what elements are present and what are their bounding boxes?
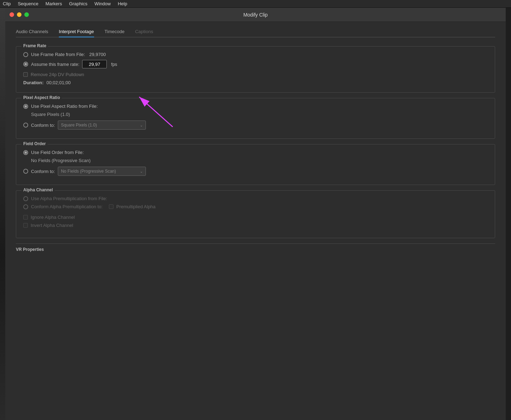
alpha-channel-section: Alpha Channel Use Alpha Premultiplicatio… [16,190,495,238]
ignore-alpha-row: Ignore Alpha Channel [23,215,488,220]
menu-graphics[interactable]: Graphics [69,1,87,6]
assume-frame-rate-row: Assume this frame rate: fps [23,60,488,68]
tab-interpret-footage[interactable]: Interpret Footage [59,29,94,37]
menu-sequence[interactable]: Sequence [18,1,38,6]
use-frame-rate-radio[interactable] [23,52,28,57]
maximize-button[interactable] [24,12,29,17]
premultiplied-alpha-label: Premultiplied Alpha [116,204,155,209]
use-field-order-label: Use Field Order from File: [31,150,84,155]
field-order-value: No Fields (Progressive Scan) [31,158,488,163]
conform-alpha-premult-radio[interactable] [23,204,28,209]
menu-markers[interactable]: Markers [45,1,62,6]
field-conform-label: Conform to: [31,169,55,174]
invert-alpha-checkbox[interactable] [23,223,28,228]
remove-pulldown-row: Remove 24p DV Pulldown [23,72,488,77]
pixel-aspect-section: Pixel Aspect Ratio Use Pixel Aspect Rati… [16,98,495,139]
use-pixel-aspect-radio[interactable] [23,104,28,109]
tab-bar: Audio Channels Interpret Footage Timecod… [16,29,495,37]
pixel-conform-select[interactable]: Square Pixels (1.0) ⌄ [58,121,146,130]
use-pixel-aspect-row: Use Pixel Aspect Ratio from File: [23,104,488,109]
invert-alpha-label: Invert Alpha Channel [31,223,73,228]
use-alpha-premult-label: Use Alpha Premultiplication from File: [31,196,107,201]
menu-window[interactable]: Window [94,1,111,6]
pixel-conform-radio[interactable] [23,123,28,128]
dialog-content: Audio Channels Interpret Footage Timecod… [5,22,506,420]
field-conform-row: Conform to: No Fields (Progressive Scan)… [23,167,488,176]
field-conform-radio[interactable] [23,169,28,174]
field-conform-arrow-icon: ⌄ [140,169,143,173]
field-order-title: Field Order [21,141,48,146]
use-field-order-row: Use Field Order from File: [23,150,488,155]
use-frame-rate-label: Use Frame Rate from File: [31,52,85,57]
minimize-button[interactable] [17,12,21,17]
pixel-conform-label: Conform to: [31,123,55,128]
alpha-channel-title: Alpha Channel [21,187,55,192]
tab-captions: Captions [135,29,153,37]
pixel-conform-arrow-icon: ⌄ [140,123,143,127]
menu-clip[interactable]: Clip [3,1,11,6]
use-field-order-radio[interactable] [23,150,28,155]
ignore-alpha-label: Ignore Alpha Channel [31,215,75,220]
tab-timecode[interactable]: Timecode [105,29,125,37]
frame-rate-file-value: 29,9700 [89,52,106,57]
conform-alpha-premult-row: Conform Alpha Premultiplication to: Prem… [23,204,488,209]
conform-alpha-premult-label: Conform Alpha Premultiplication to: [31,204,103,209]
duration-row: Duration: 00;02;01;00 [23,80,488,85]
ignore-alpha-checkbox[interactable] [23,215,28,220]
vr-properties-title: VR Properties [16,247,44,252]
pixel-conform-row: Conform to: Square Pixels (1.0) ⌄ [23,121,488,130]
field-order-section: Field Order Use Field Order from File: N… [16,144,495,185]
remove-pulldown-checkbox[interactable] [23,72,28,77]
window-controls [10,12,29,17]
remove-pulldown-label: Remove 24p DV Pulldown [31,72,84,77]
fps-label: fps [111,62,117,67]
frame-rate-input[interactable] [82,60,107,68]
frame-rate-section: Frame Rate Use Frame Rate from File: 29,… [16,46,495,93]
premultiplied-alpha-checkbox[interactable] [109,204,113,209]
close-button[interactable] [10,12,14,17]
duration-value: 00;02;01;00 [47,80,71,85]
menubar: Clip Sequence Markers Graphics Window He… [0,0,511,8]
modify-clip-dialog: Modify Clip Audio Channels Interpret Foo… [5,8,506,420]
dialog-titlebar: Modify Clip [5,8,506,22]
use-frame-rate-row: Use Frame Rate from File: 29,9700 [23,52,488,57]
duration-label: Duration: [23,80,44,85]
invert-alpha-row: Invert Alpha Channel [23,223,488,228]
pixel-aspect-title: Pixel Aspect Ratio [21,95,62,100]
assume-frame-rate-label: Assume this frame rate: [31,62,79,67]
frame-rate-title: Frame Rate [21,43,48,48]
pixel-aspect-value: Square Pixels (1.0) [31,112,488,117]
use-pixel-aspect-label: Use Pixel Aspect Ratio from File: [31,104,98,109]
dialog-title: Modify Clip [243,12,267,18]
menu-help[interactable]: Help [118,1,127,6]
field-conform-select[interactable]: No Fields (Progressive Scan) ⌄ [58,167,146,176]
assume-frame-rate-radio[interactable] [23,62,28,67]
use-alpha-premult-row: Use Alpha Premultiplication from File: [23,196,488,201]
tab-audio-channels[interactable]: Audio Channels [16,29,48,37]
use-alpha-premult-radio[interactable] [23,196,28,201]
field-conform-select-value: No Fields (Progressive Scan) [61,169,116,174]
vr-properties-section: VR Properties [16,243,495,252]
pixel-conform-select-value: Square Pixels (1.0) [61,123,97,128]
